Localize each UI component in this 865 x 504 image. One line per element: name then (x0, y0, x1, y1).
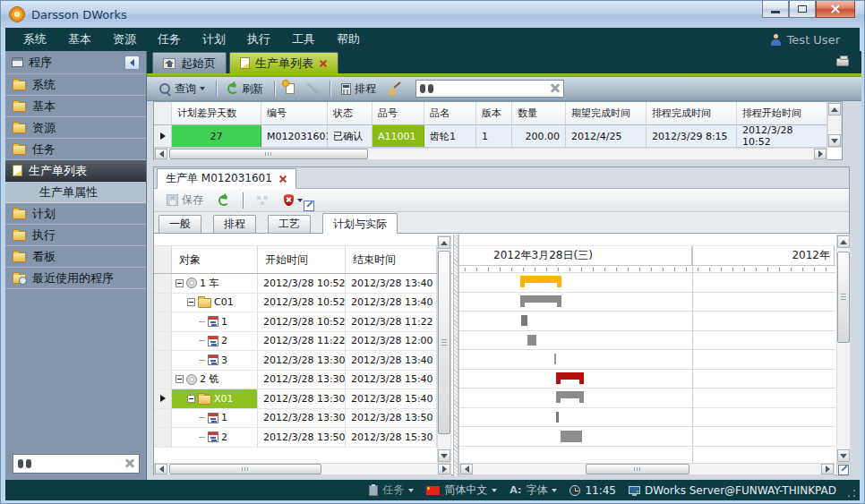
order-document-tab[interactable]: 生产单 M012031601 (157, 168, 296, 189)
grid-col-header-6[interactable]: 数量 (512, 102, 566, 125)
tree-row-5[interactable]: 2 铣2012/3/28 13:302012/3/28 15:40 (154, 371, 453, 390)
gantt-bar-0[interactable] (520, 276, 561, 283)
grid-col-header-9[interactable]: 排程开始时间 (737, 102, 827, 125)
gantt-bar-1[interactable] (520, 295, 561, 303)
scroll-thumb[interactable] (169, 464, 321, 474)
scroll-thumb[interactable] (586, 464, 689, 474)
status-item-clipboard[interactable]: 任务 (369, 483, 414, 498)
sidebar-item-1[interactable]: 基本 (5, 96, 146, 117)
broom-button[interactable] (383, 81, 407, 97)
sidebar-search-input[interactable] (36, 457, 121, 470)
sidebar-item-5[interactable]: 生产单属性 (5, 182, 146, 203)
sidebar-item-9[interactable]: 最近使用的程序 (5, 268, 146, 289)
gantt-bar-2[interactable] (521, 315, 527, 326)
grid-v-scrollbar[interactable] (827, 102, 842, 148)
printer-icon[interactable] (836, 58, 849, 66)
gantt-bar-3[interactable] (527, 335, 536, 346)
tab-close-icon[interactable] (278, 175, 287, 184)
scroll-thumb[interactable] (169, 149, 368, 159)
pencil-button[interactable] (302, 81, 324, 97)
menu-item-4[interactable]: 计划 (192, 28, 236, 51)
resize-grip[interactable] (847, 489, 856, 498)
menu-item-2[interactable]: 资源 (102, 28, 147, 51)
menu-item-1[interactable]: 基本 (57, 28, 102, 51)
refresh-button[interactable]: 刷新 (222, 80, 269, 98)
collapse-box-icon[interactable] (187, 395, 195, 403)
status-item-monitor[interactable]: DWorks Server@FUNWAY-THINKPAD (629, 484, 836, 497)
subtab-0[interactable]: 一般 (158, 215, 201, 233)
subtab-2[interactable]: 工艺 (268, 215, 311, 233)
tree-h-scrollbar[interactable] (154, 463, 451, 475)
sidebar-item-2[interactable]: 资源 (5, 117, 146, 139)
tree-row-2[interactable]: 12012/3/28 10:522012/3/28 11:22 (154, 312, 453, 332)
external-link-icon[interactable] (304, 201, 314, 211)
tab-1[interactable]: 生产单列表 (229, 52, 338, 73)
subtab-3[interactable]: 计划与实际 (322, 213, 398, 234)
tree-v-scrollbar[interactable] (437, 235, 451, 463)
sidebar-collapse-button[interactable] (124, 56, 140, 70)
gantt-bar-4[interactable] (554, 354, 556, 364)
grid-col-header-3[interactable]: 品号 (373, 102, 424, 125)
newdoc-button[interactable] (280, 81, 300, 96)
grid-col-header-2[interactable]: 状态 (328, 102, 373, 125)
maximize-button[interactable] (789, 1, 816, 18)
tree-col-header-1[interactable]: 开始时间 (258, 246, 346, 273)
gantt-bar-7[interactable] (556, 412, 559, 423)
search-button[interactable]: 查询 (154, 80, 210, 98)
clear-icon[interactable] (551, 84, 560, 93)
sidebar-item-3[interactable]: 任务 (5, 139, 146, 160)
tree-col-header-2[interactable]: 结束时间 (346, 246, 437, 273)
save-button[interactable]: 保存 (161, 191, 209, 209)
menu-item-0[interactable]: 系统 (13, 28, 57, 51)
tree-row-0[interactable]: 1 车2012/3/28 10:522012/3/28 13:40 (154, 274, 453, 294)
gantt-bar-5[interactable] (556, 372, 584, 380)
grid-col-header-5[interactable]: 版本 (476, 102, 512, 125)
clear-icon[interactable] (125, 459, 134, 468)
grid-col-header-7[interactable]: 期望完成时间 (566, 102, 647, 125)
grid-col-header-4[interactable]: 品名 (424, 102, 476, 125)
status-item-clock[interactable]: 11:45 (570, 484, 616, 497)
gantt-bar-6[interactable] (556, 391, 584, 398)
flow-button[interactable] (252, 193, 274, 208)
sidebar-item-7[interactable]: 执行 (5, 225, 146, 246)
scroll-thumb[interactable] (837, 252, 850, 343)
refresh-button[interactable] (213, 193, 235, 208)
sidebar-item-4[interactable]: 生产单列表 (5, 160, 146, 182)
tab-close-icon[interactable] (319, 59, 328, 68)
scroll-thumb[interactable] (438, 251, 450, 434)
status-item-font[interactable]: A:字体 (510, 483, 557, 498)
menu-item-6[interactable]: 工具 (281, 28, 326, 51)
collapse-box-icon[interactable] (176, 375, 184, 383)
gantt-h-scrollbar[interactable] (459, 463, 835, 475)
menu-item-7[interactable]: 帮助 (326, 28, 371, 51)
tree-col-header-0[interactable]: 对象 (172, 246, 258, 273)
gantt-bar-8[interactable] (561, 431, 582, 442)
tree-row-1[interactable]: C012012/3/28 10:522012/3/28 13:40 (154, 294, 453, 313)
grid-row[interactable]: 27M012031601已确认A11001齿轮11200.002012/4/25… (154, 125, 842, 148)
tree-row-3[interactable]: 22012/3/28 11:222012/3/28 12:00 (154, 332, 453, 352)
status-item-flag[interactable]: 简体中文 (426, 483, 497, 498)
tree-row-4[interactable]: 32012/3/28 13:302012/3/28 13:40 (154, 351, 453, 371)
menu-item-3[interactable]: 任务 (147, 28, 192, 51)
close-button[interactable] (816, 1, 855, 18)
grid-col-header-0[interactable]: 计划差异天数 (172, 102, 261, 125)
collapse-box-icon[interactable] (176, 279, 184, 287)
grid-col-header-8[interactable]: 排程完成时间 (647, 102, 737, 125)
gantt-v-scrollbar[interactable] (836, 235, 851, 463)
sidebar-item-0[interactable]: 系统 (5, 74, 146, 96)
sidebar-item-6[interactable]: 计划 (5, 203, 146, 225)
gantt-popout-button[interactable] (836, 463, 851, 476)
toolbar-search-input[interactable] (438, 82, 546, 95)
calc-button[interactable]: 排程 (336, 80, 381, 98)
tree-row-8[interactable]: 22012/3/28 13:502012/3/28 15:30 (154, 428, 453, 448)
tree-row-7[interactable]: 12012/3/28 13:302012/3/28 13:50 (154, 409, 453, 429)
tab-0[interactable]: 起始页 (152, 52, 227, 73)
grid-col-header-1[interactable]: 编号 (261, 102, 328, 125)
minimize-button[interactable] (762, 1, 789, 18)
tree-row-6[interactable]: X012012/3/28 13:302012/3/28 15:40 (154, 389, 453, 409)
grid-h-scrollbar[interactable] (154, 148, 827, 160)
subtab-1[interactable]: 排程 (213, 215, 256, 233)
menu-item-5[interactable]: 执行 (236, 28, 281, 51)
collapse-box-icon[interactable] (187, 298, 195, 306)
sidebar-item-8[interactable]: 看板 (5, 246, 146, 268)
